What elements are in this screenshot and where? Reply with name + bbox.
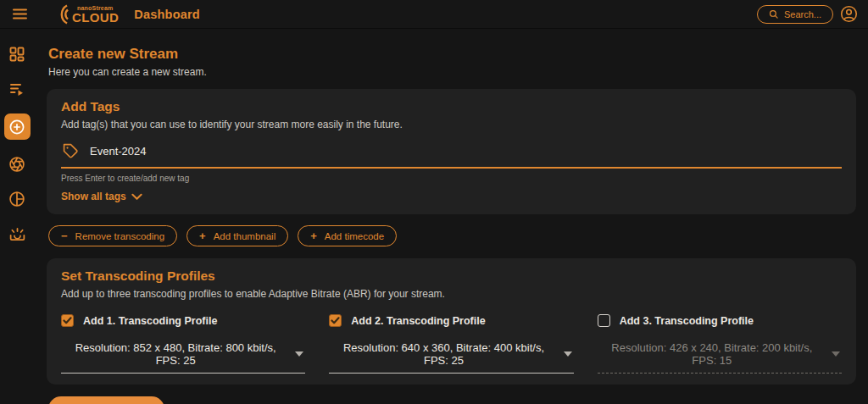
transcoding-actions-row: − Remove transcoding + Add thumbnail + A… (48, 225, 856, 246)
grid-icon (8, 46, 25, 63)
sidebar-item-stream-list[interactable] (4, 79, 30, 99)
pie-chart-icon (8, 191, 25, 208)
caret-down-icon (832, 351, 840, 357)
profile-2-select[interactable]: Resolution: 640 x 360, Bitrate: 400 kbit… (329, 341, 573, 374)
sidebar-item-dashboard[interactable] (4, 44, 30, 64)
page-subtitle: Here you can create a new stream. (48, 66, 856, 78)
tray-broadcast-icon (8, 225, 26, 243)
profile-2-checkbox[interactable] (329, 314, 342, 327)
sidebar-item-create-stream[interactable] (4, 113, 31, 140)
add-tags-title: Add Tags (61, 99, 842, 114)
profile-1-value: Resolution: 852 x 480, Bitrate: 800 kbit… (63, 341, 288, 367)
profile-3-select[interactable]: Resolution: 426 x 240, Bitrate: 200 kbit… (598, 341, 842, 374)
create-new-stream-button[interactable]: Create new Stream (48, 396, 164, 404)
show-all-tags-button[interactable]: Show all tags (61, 191, 142, 202)
profile-column-1: Add 1. Transcoding Profile Resolution: 8… (61, 314, 305, 374)
logo-waves-icon (57, 4, 71, 25)
menu-toggle-button[interactable] (8, 4, 31, 24)
transcoding-profiles-title: Set Transcoding Profiles (61, 268, 842, 284)
sidebar-item-webcaster[interactable] (4, 154, 30, 174)
add-thumbnail-label: Add thumbnail (214, 231, 276, 241)
page-header-title: Dashboard (134, 8, 200, 21)
profile-2-label: Add 2. Transcoding Profile (351, 315, 485, 327)
tag-input-row (61, 143, 842, 169)
plus-icon: + (310, 230, 317, 241)
tag-icon (63, 143, 79, 159)
remove-transcoding-button[interactable]: − Remove transcoding (48, 225, 177, 246)
profile-2-value: Resolution: 640 x 360, Bitrate: 400 kbit… (331, 341, 556, 367)
add-timecode-button[interactable]: + Add timecode (298, 225, 397, 246)
add-thumbnail-button[interactable]: + Add thumbnail (186, 225, 288, 246)
show-all-tags-label: Show all tags (61, 191, 126, 202)
search-icon (769, 9, 778, 19)
profiles-grid: Add 1. Transcoding Profile Resolution: 8… (61, 314, 842, 374)
tag-input-hint: Press Enter to create/add new tag (61, 174, 842, 183)
app-window: nanoStream CLOUD Dashboard Search... (0, 0, 868, 404)
minus-icon: − (61, 230, 68, 241)
add-tags-card: Add Tags Add tag(s) that you can use to … (47, 89, 856, 214)
main-content: Create new Stream Here you can create a … (34, 29, 868, 404)
sidebar-nav (0, 29, 34, 404)
user-account-button[interactable] (840, 5, 858, 23)
plus-circle-icon (8, 119, 25, 136)
sidebar-item-live-ingest[interactable] (4, 224, 30, 244)
caret-down-icon (564, 351, 572, 357)
remove-transcoding-label: Remove transcoding (75, 231, 164, 241)
profile-column-2: Add 2. Transcoding Profile Resolution: 6… (329, 314, 573, 374)
profile-1-checkbox[interactable] (61, 314, 74, 327)
profile-column-3: Add 3. Transcoding Profile Resolution: 4… (598, 314, 842, 374)
caret-down-icon (295, 351, 303, 357)
profile-3-label: Add 3. Transcoding Profile (620, 315, 754, 327)
profile-3-checkbox[interactable] (598, 314, 610, 327)
sidebar-item-analytics[interactable] (4, 189, 30, 209)
profile-3-value: Resolution: 426 x 240, Bitrate: 200 kbit… (599, 341, 825, 367)
user-icon (840, 5, 858, 23)
hamburger-icon (12, 8, 28, 20)
aperture-icon (8, 156, 25, 173)
page-title: Create new Stream (48, 46, 856, 63)
transcoding-profiles-card: Set Transcoding Profiles Add up to three… (47, 258, 856, 385)
profile-1-select[interactable]: Resolution: 852 x 480, Bitrate: 800 kbit… (61, 341, 305, 374)
add-tags-description: Add tag(s) that you can use to identify … (61, 119, 842, 130)
add-timecode-label: Add timecode (325, 231, 384, 241)
search-button-label: Search... (784, 9, 821, 19)
search-button[interactable]: Search... (757, 5, 833, 24)
profile-1-label: Add 1. Transcoding Profile (83, 315, 217, 327)
plus-icon: + (199, 230, 206, 241)
transcoding-profiles-description: Add up to three transcoding profiles to … (61, 288, 842, 300)
nanostream-cloud-logo[interactable]: nanoStream CLOUD (57, 4, 119, 25)
logo-text-bottom: CLOUD (72, 11, 119, 24)
tag-input[interactable] (90, 145, 840, 158)
top-bar: nanoStream CLOUD Dashboard Search... (0, 0, 868, 29)
playlist-icon (8, 80, 25, 97)
chevron-down-icon (131, 193, 142, 201)
